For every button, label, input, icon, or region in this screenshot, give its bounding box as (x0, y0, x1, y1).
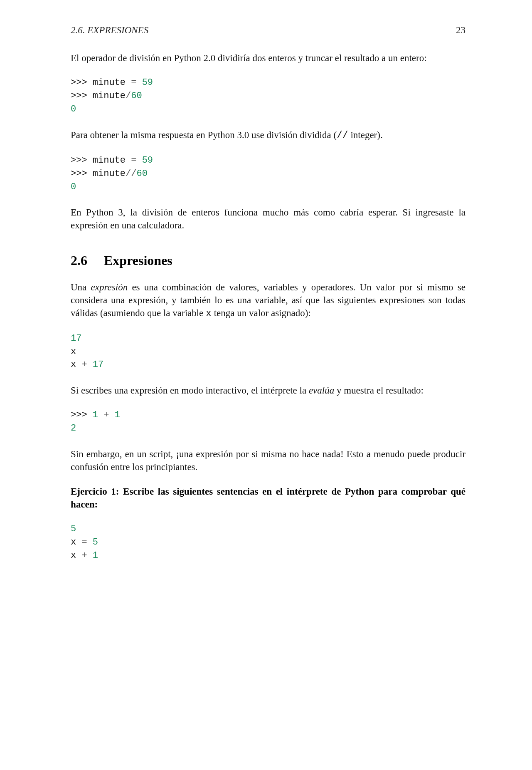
code-block-valid-expressions: 17 x x + 17 (71, 332, 466, 372)
code-text: x (71, 347, 76, 357)
paragraph-script-warning: Sin embargo, en un script, ¡una expresió… (71, 448, 466, 473)
number-literal: 1 (93, 410, 98, 420)
number-literal: 59 (142, 155, 153, 166)
code-block-exercise: 5 x = 5 x + 1 (71, 522, 466, 562)
number-literal: 5 (93, 537, 98, 547)
section-title: Expresiones (104, 253, 172, 268)
text: tenga un valor asignado): (212, 308, 311, 318)
output-literal: 2 (71, 423, 76, 433)
exercise-heading: Ejercicio 1: Escribe las siguientes sent… (71, 485, 466, 511)
code-text: minute (93, 168, 126, 179)
paragraph-interactive-eval: Si escribes una expresión en modo intera… (71, 384, 466, 397)
number-literal: 17 (93, 359, 103, 370)
code-block-python3-floordiv: >>> minute = 59 >>> minute//60 0 (71, 154, 466, 194)
operator-floor-div: // (126, 168, 136, 179)
operator-plus: + (81, 359, 87, 370)
prompt: >>> (71, 91, 87, 101)
page-number: 23 (456, 25, 466, 36)
code-block-one-plus-one: >>> 1 + 1 2 (71, 409, 466, 435)
inline-code-x: x (206, 308, 212, 319)
number-literal: 1 (93, 550, 98, 561)
text: Si escribes una expresión en modo intera… (71, 385, 309, 396)
term-evalua: evalúa (309, 385, 334, 396)
section-number: 2.6 (71, 253, 101, 268)
operator-equals: = (131, 77, 136, 88)
number-literal: 5 (71, 524, 76, 534)
number-literal: 60 (131, 91, 142, 101)
text: y muestra el resultado: (334, 385, 424, 396)
code-text: x (71, 537, 76, 547)
number-literal: 59 (142, 77, 153, 88)
term-expression: expresión (91, 282, 128, 292)
text: Para obtener la misma respuesta en Pytho… (71, 130, 337, 140)
code-text: minute (93, 77, 126, 88)
paragraph-python3-int-division: En Python 3, la división de enteros func… (71, 206, 466, 232)
running-head: 2.6. EXPRESIONES 23 (71, 25, 466, 36)
code-text: minute (93, 91, 126, 101)
code-text: minute (93, 155, 126, 166)
section-heading: 2.6 Expresiones (71, 253, 466, 268)
paragraph-python3-note: Para obtener la misma respuesta en Pytho… (71, 129, 466, 142)
code-text: x (71, 550, 76, 561)
number-literal: 17 (71, 333, 81, 344)
output-literal: 0 (71, 182, 76, 192)
page: 2.6. EXPRESIONES 23 El operador de divis… (0, 0, 532, 770)
section-label: 2.6. EXPRESIONES (71, 25, 148, 36)
number-literal: 60 (136, 168, 147, 179)
paragraph-expression-def: Una expresión es una combinación de valo… (71, 281, 466, 320)
prompt: >>> (71, 155, 87, 166)
output-literal: 0 (71, 104, 76, 114)
prompt: >>> (71, 410, 87, 420)
number-literal: 1 (115, 410, 120, 420)
operator-equals: = (81, 537, 87, 547)
paragraph-intro-division: El operador de división en Python 2.0 di… (71, 52, 466, 64)
operator-slash: / (126, 91, 131, 101)
operator-equals: = (131, 155, 136, 166)
prompt: >>> (71, 77, 87, 88)
operator-plus: + (81, 550, 87, 561)
operator-floor-div: // (337, 130, 348, 141)
text: Una (71, 282, 91, 292)
code-text: x (71, 359, 76, 370)
prompt: >>> (71, 168, 87, 179)
text: integer). (348, 130, 383, 140)
operator-plus: + (103, 410, 109, 420)
code-block-python2-division: >>> minute = 59 >>> minute/60 0 (71, 76, 466, 116)
